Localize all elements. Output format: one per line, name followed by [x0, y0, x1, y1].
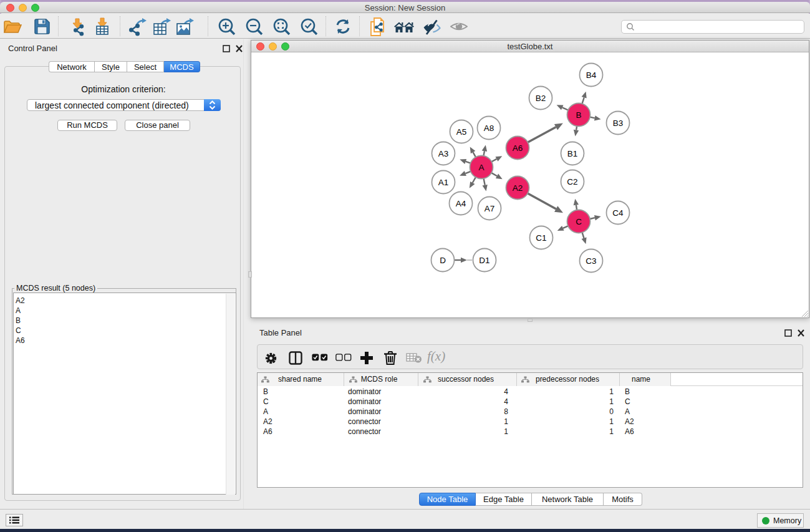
svg-text:D: D: [440, 256, 446, 265]
svg-text:C4: C4: [612, 208, 624, 218]
svg-text:A: A: [478, 163, 484, 172]
svg-text:C3: C3: [586, 256, 596, 266]
svg-text:A3: A3: [438, 149, 449, 158]
svg-text:A2: A2: [513, 183, 523, 193]
svg-text:C2: C2: [567, 177, 577, 186]
svg-text:B3: B3: [613, 118, 624, 128]
svg-text:A1: A1: [438, 178, 449, 187]
svg-text:B: B: [576, 110, 581, 120]
svg-text:B4: B4: [586, 70, 597, 80]
svg-text:A6: A6: [513, 143, 523, 153]
svg-text:A7: A7: [485, 204, 495, 213]
svg-text:C1: C1: [536, 233, 546, 243]
svg-text:A8: A8: [484, 123, 494, 133]
svg-text:A4: A4: [456, 199, 466, 208]
svg-text:B2: B2: [536, 94, 546, 103]
svg-text:A5: A5: [456, 127, 467, 137]
svg-text:B1: B1: [567, 149, 578, 158]
svg-text:D1: D1: [479, 256, 489, 265]
svg-text:C: C: [576, 217, 582, 226]
